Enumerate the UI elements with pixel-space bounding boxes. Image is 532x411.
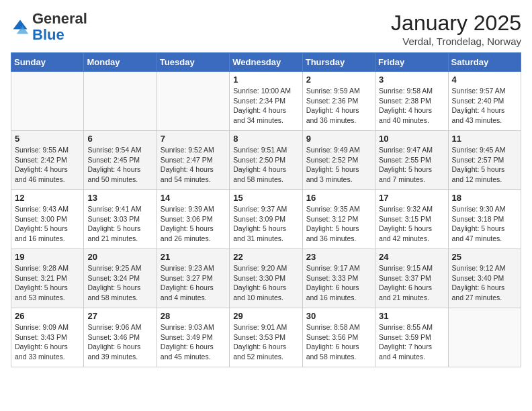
calendar-cell: 22Sunrise: 9:20 AM Sunset: 3:30 PM Dayli… (230, 249, 302, 308)
day-number: 12 (15, 193, 80, 203)
weekday-header: Thursday (302, 53, 375, 72)
calendar-cell (11, 72, 84, 131)
day-number: 18 (452, 193, 517, 203)
day-info: Sunrise: 9:06 AM Sunset: 3:46 PM Dayligh… (87, 322, 152, 362)
day-info: Sunrise: 9:37 AM Sunset: 3:09 PM Dayligh… (233, 204, 298, 244)
calendar-cell: 19Sunrise: 9:28 AM Sunset: 3:21 PM Dayli… (11, 249, 84, 308)
header: General Blue January 2025 Verdal, Tronde… (11, 11, 521, 47)
day-info: Sunrise: 9:51 AM Sunset: 2:50 PM Dayligh… (233, 145, 298, 185)
day-info: Sunrise: 9:03 AM Sunset: 3:49 PM Dayligh… (161, 322, 226, 362)
day-number: 11 (452, 134, 517, 144)
day-number: 2 (306, 75, 371, 85)
day-number: 1 (233, 75, 298, 85)
day-info: Sunrise: 9:41 AM Sunset: 3:03 PM Dayligh… (87, 204, 152, 244)
calendar-cell: 17Sunrise: 9:32 AM Sunset: 3:15 PM Dayli… (375, 190, 448, 249)
calendar-cell: 3Sunrise: 9:58 AM Sunset: 2:38 PM Daylig… (375, 72, 448, 131)
calendar-cell: 8Sunrise: 9:51 AM Sunset: 2:50 PM Daylig… (230, 131, 302, 190)
calendar-cell: 26Sunrise: 9:09 AM Sunset: 3:43 PM Dayli… (11, 308, 84, 367)
day-info: Sunrise: 8:55 AM Sunset: 3:59 PM Dayligh… (379, 322, 444, 362)
day-number: 29 (233, 311, 298, 321)
day-number: 3 (379, 75, 444, 85)
day-info: Sunrise: 9:39 AM Sunset: 3:06 PM Dayligh… (161, 204, 226, 244)
day-info: Sunrise: 8:58 AM Sunset: 3:56 PM Dayligh… (306, 322, 371, 362)
day-number: 15 (233, 193, 298, 203)
weekday-header: Monday (84, 53, 157, 72)
logo-text: General Blue (32, 11, 87, 43)
day-info: Sunrise: 9:09 AM Sunset: 3:43 PM Dayligh… (15, 322, 80, 362)
calendar-cell: 16Sunrise: 9:35 AM Sunset: 3:12 PM Dayli… (302, 190, 375, 249)
logo: General Blue (11, 11, 87, 43)
day-number: 31 (379, 311, 444, 321)
calendar-cell: 18Sunrise: 9:30 AM Sunset: 3:18 PM Dayli… (448, 190, 521, 249)
day-number: 10 (379, 134, 444, 144)
calendar-cell: 25Sunrise: 9:12 AM Sunset: 3:40 PM Dayli… (448, 249, 521, 308)
day-info: Sunrise: 9:25 AM Sunset: 3:24 PM Dayligh… (87, 263, 152, 303)
day-number: 25 (452, 252, 517, 262)
day-info: Sunrise: 9:58 AM Sunset: 2:38 PM Dayligh… (379, 86, 444, 126)
calendar-subtitle: Verdal, Trondelag, Norway (391, 36, 521, 47)
logo-general: General (32, 10, 87, 27)
calendar-cell: 21Sunrise: 9:23 AM Sunset: 3:27 PM Dayli… (157, 249, 229, 308)
calendar-cell: 15Sunrise: 9:37 AM Sunset: 3:09 PM Dayli… (230, 190, 302, 249)
calendar-cell: 27Sunrise: 9:06 AM Sunset: 3:46 PM Dayli… (84, 308, 157, 367)
calendar-cell (448, 308, 521, 367)
day-number: 16 (306, 193, 371, 203)
calendar-title: January 2025 (391, 11, 521, 36)
calendar-cell (84, 72, 157, 131)
day-number: 26 (15, 311, 80, 321)
day-number: 7 (161, 134, 226, 144)
day-info: Sunrise: 9:23 AM Sunset: 3:27 PM Dayligh… (161, 263, 226, 303)
calendar-cell: 5Sunrise: 9:55 AM Sunset: 2:42 PM Daylig… (11, 131, 84, 190)
day-number: 19 (15, 252, 80, 262)
weekday-header: Sunday (11, 53, 84, 72)
calendar-cell: 30Sunrise: 8:58 AM Sunset: 3:56 PM Dayli… (302, 308, 375, 367)
day-number: 5 (15, 134, 80, 144)
calendar-cell: 13Sunrise: 9:41 AM Sunset: 3:03 PM Dayli… (84, 190, 157, 249)
calendar-cell: 20Sunrise: 9:25 AM Sunset: 3:24 PM Dayli… (84, 249, 157, 308)
day-info: Sunrise: 9:01 AM Sunset: 3:53 PM Dayligh… (233, 322, 298, 362)
day-info: Sunrise: 9:57 AM Sunset: 2:40 PM Dayligh… (452, 86, 517, 126)
day-info: Sunrise: 9:52 AM Sunset: 2:47 PM Dayligh… (161, 145, 226, 185)
day-info: Sunrise: 9:17 AM Sunset: 3:33 PM Dayligh… (306, 263, 371, 303)
calendar-cell: 7Sunrise: 9:52 AM Sunset: 2:47 PM Daylig… (157, 131, 229, 190)
day-info: Sunrise: 9:54 AM Sunset: 2:45 PM Dayligh… (87, 145, 152, 185)
svg-marker-0 (13, 20, 28, 30)
day-info: Sunrise: 9:47 AM Sunset: 2:55 PM Dayligh… (379, 145, 444, 185)
day-info: Sunrise: 9:49 AM Sunset: 2:52 PM Dayligh… (306, 145, 371, 185)
calendar-week-row: 5Sunrise: 9:55 AM Sunset: 2:42 PM Daylig… (11, 131, 521, 190)
weekday-header: Tuesday (157, 53, 229, 72)
day-number: 14 (161, 193, 226, 203)
day-number: 24 (379, 252, 444, 262)
day-number: 13 (87, 193, 152, 203)
day-info: Sunrise: 9:32 AM Sunset: 3:15 PM Dayligh… (379, 204, 444, 244)
day-info: Sunrise: 9:15 AM Sunset: 3:37 PM Dayligh… (379, 263, 444, 303)
day-number: 22 (233, 252, 298, 262)
calendar-week-row: 12Sunrise: 9:43 AM Sunset: 3:00 PM Dayli… (11, 190, 521, 249)
calendar-cell: 23Sunrise: 9:17 AM Sunset: 3:33 PM Dayli… (302, 249, 375, 308)
calendar-week-row: 19Sunrise: 9:28 AM Sunset: 3:21 PM Dayli… (11, 249, 521, 308)
calendar-cell: 2Sunrise: 9:59 AM Sunset: 2:36 PM Daylig… (302, 72, 375, 131)
calendar-cell: 1Sunrise: 10:00 AM Sunset: 2:34 PM Dayli… (230, 72, 302, 131)
day-info: Sunrise: 10:00 AM Sunset: 2:34 PM Daylig… (233, 86, 298, 126)
weekday-header: Saturday (448, 53, 521, 72)
weekday-header: Wednesday (230, 53, 302, 72)
day-info: Sunrise: 9:30 AM Sunset: 3:18 PM Dayligh… (452, 204, 517, 244)
title-block: January 2025 Verdal, Trondelag, Norway (391, 11, 521, 47)
day-number: 21 (161, 252, 226, 262)
calendar-cell: 14Sunrise: 9:39 AM Sunset: 3:06 PM Dayli… (157, 190, 229, 249)
day-info: Sunrise: 9:12 AM Sunset: 3:40 PM Dayligh… (452, 263, 517, 303)
day-number: 23 (306, 252, 371, 262)
day-info: Sunrise: 9:35 AM Sunset: 3:12 PM Dayligh… (306, 204, 371, 244)
calendar-cell: 6Sunrise: 9:54 AM Sunset: 2:45 PM Daylig… (84, 131, 157, 190)
calendar-cell (157, 72, 229, 131)
day-number: 17 (379, 193, 444, 203)
day-info: Sunrise: 9:20 AM Sunset: 3:30 PM Dayligh… (233, 263, 298, 303)
calendar-cell: 28Sunrise: 9:03 AM Sunset: 3:49 PM Dayli… (157, 308, 229, 367)
day-info: Sunrise: 9:43 AM Sunset: 3:00 PM Dayligh… (15, 204, 80, 244)
calendar-cell: 4Sunrise: 9:57 AM Sunset: 2:40 PM Daylig… (448, 72, 521, 131)
day-number: 27 (87, 311, 152, 321)
calendar-cell: 9Sunrise: 9:49 AM Sunset: 2:52 PM Daylig… (302, 131, 375, 190)
day-number: 20 (87, 252, 152, 262)
calendar-table: SundayMondayTuesdayWednesdayThursdayFrid… (11, 52, 521, 367)
day-info: Sunrise: 9:55 AM Sunset: 2:42 PM Dayligh… (15, 145, 80, 185)
